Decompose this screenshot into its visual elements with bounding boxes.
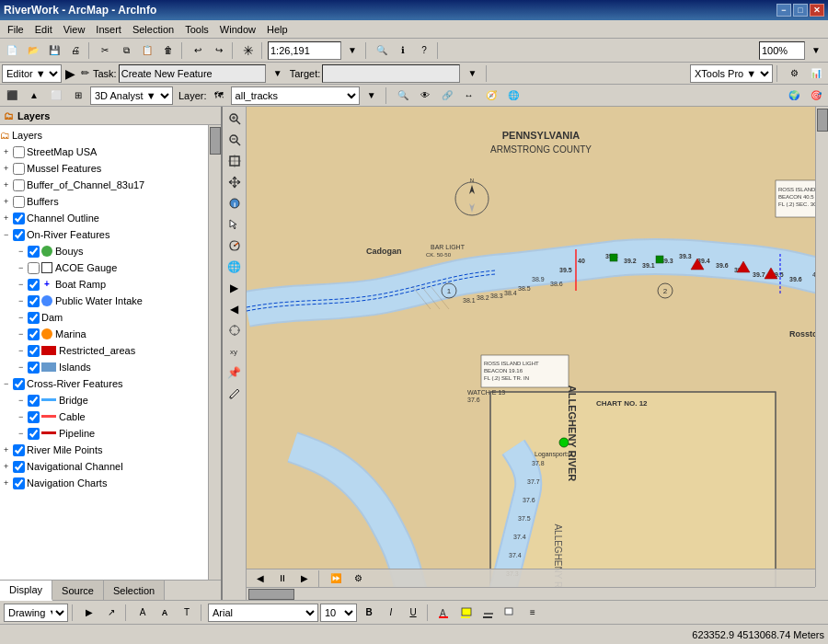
tab-source[interactable]: Source xyxy=(52,581,104,600)
fill-color-picker[interactable] xyxy=(456,603,477,623)
list-item[interactable]: − Marina xyxy=(0,326,206,342)
scale-dropdown[interactable]: ▼ xyxy=(342,40,362,61)
paste-button[interactable]: 📋 xyxy=(137,40,157,61)
vertical-scrollbar[interactable] xyxy=(815,107,828,587)
list-item[interactable]: − Dam xyxy=(0,309,206,326)
select-button[interactable] xyxy=(224,214,245,235)
crosshair-button[interactable] xyxy=(224,320,245,340)
goto-button[interactable] xyxy=(224,236,245,256)
identify-nav-button[interactable]: i xyxy=(224,193,245,213)
analyst-dropdown[interactable]: 3D Analyst ▼ xyxy=(90,86,173,105)
text-btn[interactable]: T xyxy=(177,603,197,623)
eye-btn[interactable]: 👁 xyxy=(415,86,435,106)
forward-map-btn[interactable]: ▶ xyxy=(294,569,315,589)
analyst-icon2[interactable]: ▲ xyxy=(24,86,44,106)
target-dropdown[interactable]: ▼ xyxy=(462,63,482,84)
shadow-btn[interactable] xyxy=(500,603,521,623)
pan-button[interactable] xyxy=(224,172,245,192)
help-button[interactable]: ? xyxy=(414,40,434,61)
layer-checkbox-rivermile[interactable] xyxy=(13,444,25,456)
layer-checkbox-restricted[interactable] xyxy=(28,345,40,357)
edit-nav-button[interactable] xyxy=(224,384,245,404)
minimize-button[interactable]: − xyxy=(776,4,791,17)
bold-button[interactable]: B xyxy=(359,603,379,623)
layer-dropdown-btn[interactable]: ▼ xyxy=(362,86,382,106)
size-dropdown[interactable]: 10 xyxy=(320,604,357,622)
arrow-draw-btn[interactable]: ↗ xyxy=(101,603,121,623)
tab-selection[interactable]: Selection xyxy=(104,581,165,600)
list-item[interactable]: − On-River Features xyxy=(0,226,206,243)
list-item[interactable]: − Islands xyxy=(0,359,206,375)
zoom-percent[interactable] xyxy=(759,41,805,60)
layer-dropdown[interactable]: all_tracks xyxy=(231,86,360,105)
line-color-picker[interactable] xyxy=(478,603,499,623)
waypoint-button[interactable]: 📌 xyxy=(224,362,245,383)
underline-button[interactable]: U xyxy=(403,603,423,623)
target-input[interactable] xyxy=(322,64,460,83)
forward-button[interactable]: ▶ xyxy=(224,278,245,298)
new-button[interactable]: 📄 xyxy=(2,40,22,61)
pointer-draw-btn[interactable]: ▶ xyxy=(79,603,99,623)
editor-dropdown[interactable]: Editor ▼ xyxy=(2,64,62,83)
task-input[interactable] xyxy=(119,64,266,83)
list-item[interactable]: − Restricted_areas xyxy=(0,342,206,359)
list-item[interactable]: − Bouys xyxy=(0,243,206,259)
layer-checkbox-buffer83[interactable] xyxy=(13,179,25,191)
layer-checkbox-acoe[interactable] xyxy=(28,262,40,274)
layer-checkbox-onriver[interactable] xyxy=(13,229,25,241)
zoom-extent-button[interactable] xyxy=(224,151,245,171)
list-item[interactable]: + River Mile Points xyxy=(0,442,206,458)
list-item[interactable]: + Channel Outline xyxy=(0,210,206,226)
xtools-btn2[interactable]: 📊 xyxy=(806,63,826,84)
settings-btn[interactable]: ⚙ xyxy=(348,569,368,589)
identify-button[interactable]: ℹ xyxy=(393,40,413,61)
cut-button[interactable]: ✂ xyxy=(95,40,115,61)
analyst-icon3[interactable]: ⬜ xyxy=(46,86,66,106)
layer-checkbox-pipeline[interactable] xyxy=(28,428,40,440)
zoom-dropdown[interactable]: ▼ xyxy=(806,40,826,61)
layer-checkbox-navcharts[interactable] xyxy=(13,477,25,489)
horizontal-scrollbar[interactable] xyxy=(247,587,815,600)
font-color-btn[interactable]: A xyxy=(132,603,153,623)
layer-checkbox-boatramp[interactable] xyxy=(28,279,40,291)
layer-checkbox-crossriver[interactable] xyxy=(13,378,25,390)
layer-checkbox-streetmap[interactable] xyxy=(13,146,25,158)
panel-scrollbar[interactable] xyxy=(208,125,221,580)
copy-button[interactable]: ⧉ xyxy=(116,40,136,61)
scroll-thumb[interactable] xyxy=(210,127,221,155)
menu-window[interactable]: Window xyxy=(214,22,261,37)
layer-checkbox-cable[interactable] xyxy=(28,411,40,423)
link-btn[interactable]: 🔗 xyxy=(437,86,457,106)
layer-checkbox-marina[interactable] xyxy=(28,328,40,340)
layer-checkbox-mussel[interactable] xyxy=(13,163,25,175)
delete-button[interactable]: 🗑 xyxy=(158,40,178,61)
analyst-icon4[interactable]: ⊞ xyxy=(68,86,88,106)
list-item[interactable]: + Buffer_of_Channel_83u17 xyxy=(0,177,206,193)
layer-expand-all[interactable]: − 🗂 Layers xyxy=(0,127,206,144)
menu-view[interactable]: View xyxy=(58,22,91,37)
list-item[interactable]: − + Boat Ramp xyxy=(0,276,206,293)
list-item[interactable]: + Mussel Features xyxy=(0,160,206,177)
align-btn[interactable]: ≡ xyxy=(523,603,543,623)
list-item[interactable]: − ACOE Gauge xyxy=(0,259,206,276)
list-item[interactable]: − Pipeline xyxy=(0,425,206,442)
menu-selection[interactable]: Selection xyxy=(127,22,179,37)
list-item[interactable]: + Buffers xyxy=(0,193,206,210)
back-button[interactable]: ◀ xyxy=(224,299,245,319)
menu-file[interactable]: File xyxy=(2,22,29,37)
font-dropdown[interactable]: Arial xyxy=(208,604,318,622)
analyst-icon[interactable]: ⬛ xyxy=(2,86,22,106)
list-item[interactable]: + Navigational Channel xyxy=(0,458,206,475)
pointer-tool[interactable]: ✳ xyxy=(238,40,259,61)
h-scroll-thumb[interactable] xyxy=(248,589,294,600)
layer-checkbox-bridge[interactable] xyxy=(28,395,40,407)
tab-display[interactable]: Display xyxy=(0,581,52,601)
layer-checkbox-buffers[interactable] xyxy=(13,196,25,208)
xtools-dropdown[interactable]: XTools Pro ▼ xyxy=(690,64,773,83)
list-item[interactable]: − Bridge xyxy=(0,392,206,408)
menu-tools[interactable]: Tools xyxy=(179,22,214,37)
zoom-out-nav-button[interactable] xyxy=(224,130,245,150)
globe-nav-button[interactable]: 🌐 xyxy=(224,257,245,277)
list-item[interactable]: − Cable xyxy=(0,408,206,425)
list-item[interactable]: − Public Water Intake xyxy=(0,293,206,309)
